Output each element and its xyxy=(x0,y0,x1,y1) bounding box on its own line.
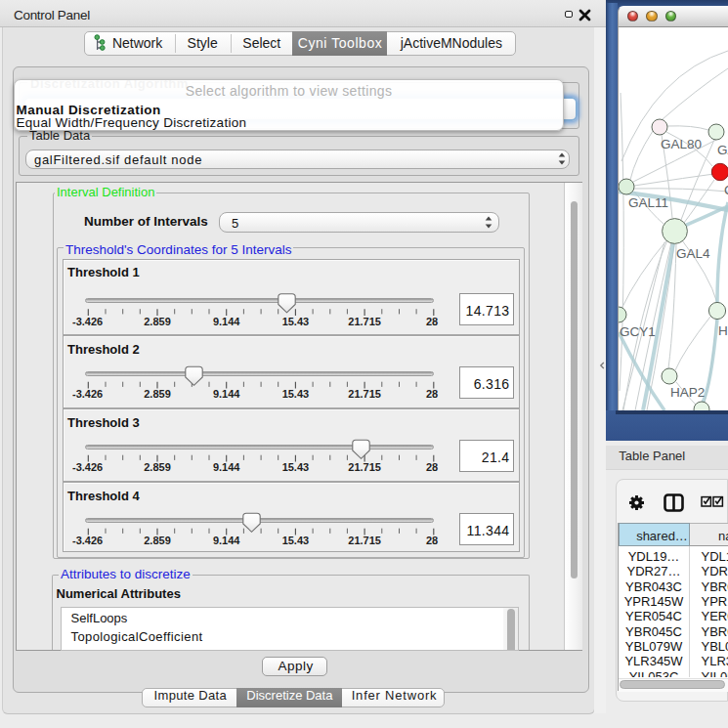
svg-text:GAL11: GAL11 xyxy=(628,195,668,210)
svg-text:9.144: 9.144 xyxy=(213,535,240,546)
svg-text:15.43: 15.43 xyxy=(282,535,310,546)
svg-text:GAL: GAL xyxy=(717,143,728,157)
svg-text:C: C xyxy=(724,183,728,197)
svg-text:2.859: 2.859 xyxy=(144,315,171,326)
svg-text:HAP2: HAP2 xyxy=(670,385,705,400)
svg-text:-3.426: -3.426 xyxy=(72,535,103,546)
svg-text:9.144: 9.144 xyxy=(213,315,240,326)
svg-text:28: 28 xyxy=(426,388,438,400)
svg-text:GCY1: GCY1 xyxy=(620,324,656,339)
svg-text:28: 28 xyxy=(426,535,438,546)
svg-text:9.144: 9.144 xyxy=(213,461,240,473)
svg-text:15.43: 15.43 xyxy=(282,315,310,326)
svg-text:GAL4: GAL4 xyxy=(676,246,710,261)
svg-text:28: 28 xyxy=(426,461,438,473)
svg-text:-3.426: -3.426 xyxy=(72,388,103,400)
svg-text:15.43: 15.43 xyxy=(282,388,310,400)
svg-text:21.715: 21.715 xyxy=(348,535,381,546)
svg-text:21.715: 21.715 xyxy=(348,388,381,400)
svg-text:2.859: 2.859 xyxy=(144,535,171,546)
svg-text:28: 28 xyxy=(426,315,438,326)
svg-text:21.715: 21.715 xyxy=(348,315,381,326)
svg-text:21.715: 21.715 xyxy=(348,461,381,473)
svg-text:H: H xyxy=(718,323,728,338)
svg-text:2.859: 2.859 xyxy=(144,388,171,400)
svg-text:9.144: 9.144 xyxy=(213,388,240,400)
svg-text:-3.426: -3.426 xyxy=(72,461,103,473)
svg-text:2.859: 2.859 xyxy=(144,461,171,473)
svg-text:-3.426: -3.426 xyxy=(72,315,103,326)
svg-text:GAL80: GAL80 xyxy=(661,137,702,151)
svg-text:15.43: 15.43 xyxy=(282,461,310,473)
